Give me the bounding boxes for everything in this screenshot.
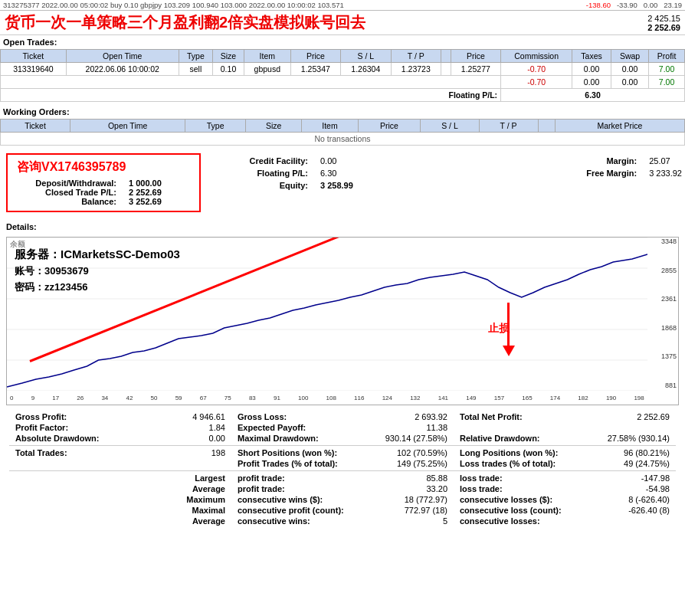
trade-sl: 1.26304 — [341, 63, 391, 76]
wo-col-type: Type — [185, 120, 246, 133]
gross-loss-value: 2 693.92 — [415, 412, 447, 421]
stats-row-maximal: Maximal consecutive profit (count): 772.… — [9, 505, 676, 516]
profit-trades-label: Profit Trades (% of total): — [238, 459, 338, 468]
open-trades-label: Open Trades: — [0, 35, 685, 49]
working-orders-label: Working Orders: — [0, 105, 685, 119]
summary-right: Margin: 25.07 Free Margin: 3 233.92 — [568, 150, 682, 184]
avg-loss-value: -54.98 — [646, 484, 670, 493]
total-net-profit-label: Total Net Profit: — [460, 412, 523, 421]
max-cons-losses-value: 8 (-626.40) — [628, 495, 670, 504]
max-cons-wins-value: 18 (772.97) — [405, 495, 447, 504]
expected-payoff-label: Expected Payoff: — [238, 423, 306, 432]
equity-value: 3 258.99 — [320, 181, 382, 190]
trade-swap: 0.00 — [611, 63, 648, 76]
divider-2 — [9, 470, 676, 471]
credit-label: Credit Facility: — [216, 156, 308, 165]
password-label: 密码：zz123456 — [15, 280, 180, 296]
maximal-label: Maximal — [192, 506, 225, 515]
loss-trades-label: Loss trades (% of total): — [460, 459, 556, 468]
free-margin-value: 3 233.92 — [649, 169, 682, 178]
wo-col-sl: S / L — [421, 120, 479, 133]
profit-trades-value: 149 (75.25%) — [397, 459, 447, 468]
wo-col-price: Price — [358, 120, 421, 133]
summary-contact: 咨询VX1746395789 — [17, 159, 190, 175]
largest-label: Largest — [195, 473, 225, 483]
trade-ticket: 313319640 — [1, 63, 67, 76]
deposit-label: Deposit/Withdrawal: — [17, 179, 116, 188]
chart-container: 余额 3348 2855 2361 1868 1375 881 止损 — [6, 237, 679, 405]
wo-col-blank — [538, 120, 555, 133]
wo-col-open-time: Open Time — [70, 120, 185, 133]
col-type: Type — [179, 50, 212, 63]
wo-col-tp: T / P — [479, 120, 538, 133]
floating-pl-label: Floating P/L: — [1, 89, 501, 102]
balance-row: Balance: 3 252.69 — [17, 197, 190, 206]
gross-profit-label: Gross Profit: — [15, 412, 67, 421]
max-cons-profit-value: 772.97 (18) — [405, 506, 447, 515]
long-pos-label: Long Positions (won %): — [460, 448, 558, 457]
floating-pl-value: 6.30 — [501, 89, 685, 102]
summary-section: 咨询VX1746395789 Deposit/Withdrawal: 1 000… — [0, 147, 685, 218]
trade-price: 1.25347 — [290, 63, 340, 76]
max-cons-profit-label: consecutive profit (count): — [238, 506, 344, 515]
max-drawdown-value: 930.14 (27.58%) — [385, 434, 447, 443]
top-bar-text: 313275377 2022.00.00 05:00:02 buy 0.10 g… — [3, 1, 344, 9]
equity-row: Equity: 3 258.99 — [216, 181, 382, 190]
x-axis: 0 9 17 26 34 42 50 59 67 75 83 91 100 10… — [7, 391, 647, 405]
closed-pl-value: 2 252.69 — [129, 188, 190, 197]
floating-pl-row: Floating P/L: 6.30 — [1, 89, 685, 102]
trade-taxes: 0.00 — [572, 63, 611, 76]
equity-label: Equity: — [216, 181, 308, 190]
trade-subtotal-row: -0.70 0.00 0.00 7.00 — [1, 76, 685, 89]
largest-profit-label: profit trade: — [238, 473, 285, 483]
stop-loss-label: 止损 — [488, 322, 510, 336]
trade-item: gbpusd — [244, 63, 291, 76]
margin-value: 25.07 — [649, 156, 670, 165]
details-label: Details: — [3, 220, 682, 234]
col-price: Price — [290, 50, 340, 63]
col-profit: Profit — [649, 50, 685, 63]
stats-row-3: Absolute Drawdown: 0.00 Maximal Drawdown… — [9, 433, 676, 444]
floating-row: Floating P/L: 6.30 — [216, 169, 382, 178]
trade-commission: -0.70 — [501, 63, 572, 76]
floating-value: 6.30 — [320, 169, 382, 178]
col-commission: Commission — [501, 50, 572, 63]
avg-cons-wins-label: consecutive wins: — [238, 516, 310, 526]
no-transactions-row: No transactions — [1, 133, 685, 146]
rel-drawdown-value: 27.58% (930.14) — [608, 434, 670, 443]
working-orders-table: Ticket Open Time Type Size Item Price S … — [0, 119, 685, 146]
max-cons-loss2-value: -626.40 (8) — [628, 506, 670, 515]
short-pos-label: Short Positions (won %): — [238, 448, 337, 457]
average2-label: Average — [192, 516, 225, 526]
open-trades-section: Open Trades: Ticket Open Time Type Size … — [0, 35, 685, 102]
subtotal-commission: -0.70 — [501, 76, 572, 89]
col-tp: T / P — [391, 50, 441, 63]
stats-grid: Gross Profit: 4 946.61 Gross Loss: 2 693… — [3, 408, 682, 529]
trade-open-time: 2022.06.06 10:00:02 — [66, 63, 179, 76]
wo-col-item: Item — [302, 120, 358, 133]
closed-pl-label: Closed Trade P/L: — [17, 188, 116, 197]
deposit-row: Deposit/Withdrawal: 1 000.00 — [17, 179, 190, 188]
max-cons-losses-label: consecutive losses ($): — [460, 495, 552, 504]
avg-profit-value: 33.20 — [426, 484, 447, 493]
max-cons-loss2-label: consecutive loss (count): — [460, 506, 562, 515]
floating-label: Floating P/L: — [216, 169, 308, 178]
wo-col-ticket: Ticket — [1, 120, 70, 133]
max-cons-wins-label: consecutive wins ($): — [238, 495, 323, 504]
closed-pl-row: Closed Trade P/L: 2 252.69 — [17, 188, 190, 197]
credit-row: Credit Facility: 0.00 — [216, 156, 382, 165]
col-price2: Price — [451, 50, 500, 63]
avg-loss-label: loss trade: — [460, 484, 503, 493]
no-transactions: No transactions — [1, 133, 685, 146]
profit-factor-label: Profit Factor: — [15, 423, 68, 432]
profit-factor-value: 1.84 — [209, 423, 225, 432]
abs-drawdown-label: Absolute Drawdown: — [15, 434, 99, 443]
top-bar: 313275377 2022.00.00 05:00:02 buy 0.10 g… — [0, 0, 685, 11]
loss-trades-value: 49 (24.75%) — [624, 459, 670, 468]
col-open-time: Open Time — [66, 50, 179, 63]
divider-1 — [9, 445, 676, 446]
chart-overlay: 服务器：ICMarketsSC-Demo03 账号：30953679 密码：zz… — [15, 245, 180, 296]
expected-payoff-value: 11.38 — [426, 423, 447, 432]
col-taxes: Taxes — [572, 50, 611, 63]
stats-row-5: Profit Trades (% of total): 149 (75.25%)… — [9, 458, 676, 469]
